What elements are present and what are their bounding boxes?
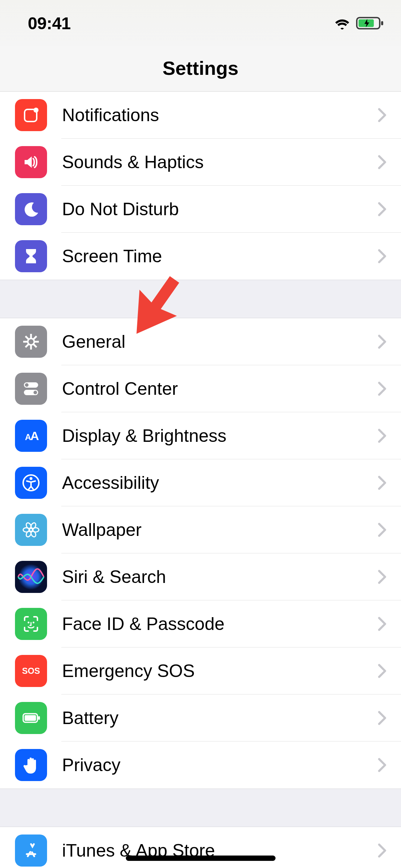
textsize-icon: AA — [15, 420, 47, 452]
row-label: Notifications — [62, 105, 377, 125]
moon-icon — [15, 193, 47, 225]
svg-point-32 — [33, 622, 35, 624]
battery-icon — [15, 702, 47, 734]
nav-header: Settings — [0, 46, 401, 92]
row-label: Battery — [62, 708, 377, 728]
chevron-right-icon — [377, 843, 387, 858]
row-label: General — [62, 331, 377, 352]
notifications-icon — [15, 99, 47, 131]
row-controlcenter[interactable]: Control Center — [0, 365, 401, 412]
settings-group: Notifications Sounds & Haptics Do Not Di… — [0, 92, 401, 280]
home-indicator — [126, 856, 276, 861]
row-label: Wallpaper — [62, 520, 377, 540]
chevron-right-icon — [377, 664, 387, 678]
row-accessibility[interactable]: Accessibility — [0, 459, 401, 506]
row-label: Face ID & Passcode — [62, 614, 377, 634]
svg-point-22 — [30, 477, 32, 480]
siri-icon — [15, 561, 47, 593]
row-label: Accessibility — [62, 472, 377, 493]
switches-icon — [15, 373, 47, 405]
row-siri[interactable]: Siri & Search — [0, 553, 401, 600]
row-itunes[interactable]: iTunes & App Store — [0, 827, 401, 868]
row-screentime[interactable]: Screen Time — [0, 233, 401, 280]
faceid-icon — [15, 608, 47, 640]
row-wallpaper[interactable]: Wallpaper — [0, 506, 401, 553]
row-label: Privacy — [62, 755, 377, 775]
chevron-right-icon — [377, 617, 387, 631]
settings-group: General Control Center AA Display & Brig… — [0, 318, 401, 789]
status-time: 09:41 — [28, 14, 71, 33]
hand-icon — [15, 749, 47, 781]
accessibility-icon — [15, 467, 47, 499]
settings-group: iTunes & App Store — [0, 827, 401, 868]
row-label: Control Center — [62, 378, 377, 399]
chevron-right-icon — [377, 476, 387, 490]
chevron-right-icon — [377, 429, 387, 443]
chevron-right-icon — [377, 249, 387, 263]
group-separator — [0, 280, 401, 318]
row-sounds[interactable]: Sounds & Haptics — [0, 139, 401, 186]
svg-rect-36 — [38, 716, 40, 720]
page-title: Settings — [0, 57, 401, 79]
hourglass-icon — [15, 240, 47, 272]
svg-point-29 — [30, 522, 37, 530]
chevron-right-icon — [377, 382, 387, 396]
gear-icon — [15, 326, 47, 358]
chevron-right-icon — [377, 155, 387, 169]
svg-point-4 — [34, 108, 38, 113]
chevron-right-icon — [377, 711, 387, 725]
row-label: Screen Time — [62, 246, 377, 267]
sounds-icon — [15, 146, 47, 178]
wifi-icon — [333, 16, 351, 30]
settings-list[interactable]: Notifications Sounds & Haptics Do Not Di… — [0, 92, 401, 868]
flower-icon — [15, 514, 47, 546]
sos-icon: SOS — [15, 655, 47, 687]
group-separator — [0, 789, 401, 827]
row-privacy[interactable]: Privacy — [0, 742, 401, 789]
row-general[interactable]: General — [0, 318, 401, 365]
row-label: Do Not Disturb — [62, 199, 377, 219]
svg-rect-2 — [381, 21, 383, 25]
chevron-right-icon — [377, 202, 387, 216]
row-dnd[interactable]: Do Not Disturb — [0, 186, 401, 233]
battery-charging-icon — [356, 16, 384, 30]
status-bar: 09:41 — [0, 0, 401, 46]
row-label: Siri & Search — [62, 567, 377, 587]
chevron-right-icon — [377, 108, 387, 122]
row-sos[interactable]: SOS Emergency SOS — [0, 647, 401, 694]
row-label: Display & Brightness — [62, 425, 377, 446]
appstore-icon — [15, 835, 47, 867]
svg-point-16 — [25, 383, 29, 387]
svg-point-14 — [29, 339, 34, 344]
settings-screen: 09:41 Settings Notifications — [0, 0, 401, 868]
chevron-right-icon — [377, 570, 387, 584]
chevron-right-icon — [377, 335, 387, 349]
svg-point-31 — [28, 622, 30, 624]
row-label: Sounds & Haptics — [62, 152, 377, 172]
svg-text:SOS: SOS — [22, 666, 40, 676]
row-display[interactable]: AA Display & Brightness — [0, 412, 401, 459]
chevron-right-icon — [377, 758, 387, 772]
svg-point-18 — [34, 391, 37, 394]
row-notifications[interactable]: Notifications — [0, 92, 401, 139]
status-icons — [333, 16, 384, 30]
row-faceid[interactable]: Face ID & Passcode — [0, 600, 401, 647]
svg-rect-35 — [25, 715, 36, 721]
svg-text:A: A — [30, 429, 39, 443]
row-battery[interactable]: Battery — [0, 694, 401, 742]
row-label: Emergency SOS — [62, 661, 377, 681]
chevron-right-icon — [377, 523, 387, 537]
